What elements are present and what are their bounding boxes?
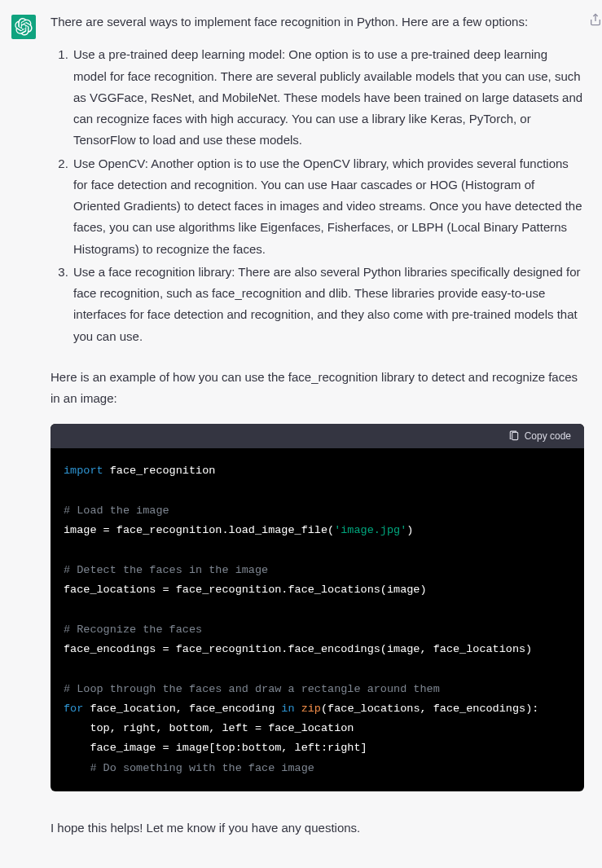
closing-text: I hope this helps! Let me know if you ha…	[51, 817, 584, 839]
share-icon[interactable]	[589, 11, 602, 33]
example-intro: Here is an example of how you can use th…	[51, 367, 584, 410]
code-content: import face_recognition # Load the image…	[51, 448, 584, 791]
svg-rect-0	[512, 433, 517, 440]
message-content: There are several ways to implement face…	[51, 11, 592, 839]
intro-text: There are several ways to implement face…	[51, 11, 584, 33]
code-block: Copy code import face_recognition # Load…	[51, 424, 584, 791]
code-header: Copy code	[51, 424, 584, 448]
assistant-message: There are several ways to implement face…	[0, 0, 602, 855]
list-item: Use a pre-trained deep learning model: O…	[72, 44, 584, 151]
clipboard-icon	[508, 430, 520, 442]
assistant-avatar	[11, 15, 36, 39]
copy-code-button[interactable]: Copy code	[508, 430, 571, 442]
list-item: Use OpenCV: Another option is to use the…	[72, 153, 584, 260]
copy-code-label: Copy code	[525, 430, 571, 442]
options-list: Use a pre-trained deep learning model: O…	[51, 44, 584, 347]
list-item: Use a face recognition library: There ar…	[72, 262, 584, 347]
